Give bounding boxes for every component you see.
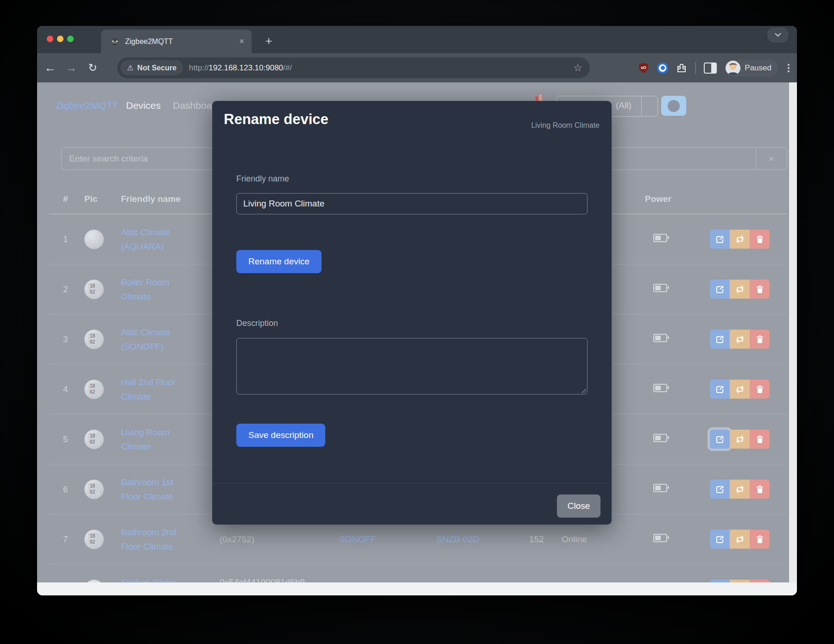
modal-footer-divider (212, 483, 612, 484)
new-tab-button[interactable]: + (259, 31, 278, 50)
sidebar-panel-icon[interactable] (704, 63, 717, 74)
manufacturer-link[interactable]: SONOFF (339, 534, 376, 544)
reconfigure-device-button[interactable] (730, 330, 750, 349)
close-modal-button[interactable]: Close (557, 494, 600, 518)
battery-icon (653, 284, 667, 292)
macos-minimize-button[interactable] (57, 36, 63, 42)
row-number: 6 (49, 464, 77, 514)
repeat-arrows-icon (735, 485, 745, 494)
device-image: 1862 (84, 530, 104, 549)
browser-menu-icon[interactable] (786, 64, 791, 72)
reconfigure-device-button[interactable] (730, 530, 750, 549)
device-image: 1862 (84, 380, 104, 399)
back-button[interactable]: ← (41, 53, 59, 82)
header-power[interactable]: Power (645, 188, 710, 214)
reload-button[interactable]: ↻ (83, 53, 102, 82)
device-name-link[interactable]: Bathroom 2ndFloor Climate (121, 527, 176, 551)
modal-device-name: Living Room Climate (531, 121, 600, 130)
timer-circle-icon (668, 100, 680, 112)
navbar-brand-link[interactable]: Zigbee2MQTT (56, 100, 118, 111)
browser-tab[interactable]: Zigbee2MQTT × (101, 30, 252, 53)
network-status-icon (536, 94, 542, 101)
macos-close-button[interactable] (47, 36, 53, 42)
device-name-link[interactable]: Bathroom 1stFloor Climate (121, 477, 173, 501)
modal-title: Rename device (224, 111, 329, 128)
forward-button[interactable]: → (62, 53, 81, 82)
tab-close-icon[interactable]: × (239, 37, 244, 46)
row-number: 1 (49, 214, 77, 264)
profile-status-label: Paused (745, 63, 771, 73)
security-chip[interactable]: ⚠ Not Secure (120, 60, 183, 75)
row-number: 7 (49, 514, 77, 564)
device-image: 1862 (84, 280, 104, 299)
delete-device-button[interactable] (750, 230, 770, 249)
page-scrollbar[interactable] (789, 82, 797, 582)
edit-device-button[interactable] (710, 230, 730, 249)
reconfigure-device-button[interactable] (730, 380, 750, 399)
rename-device-modal: Rename device Living Room Climate Friend… (212, 101, 612, 525)
onepassword-extension-icon[interactable] (657, 63, 668, 74)
repeat-arrows-icon (735, 285, 745, 294)
row-actions (710, 530, 770, 549)
edit-device-button[interactable] (710, 480, 730, 499)
warning-triangle-icon: ⚠ (127, 63, 133, 72)
trash-icon (756, 385, 764, 394)
permit-join-selected-value: (All) (616, 100, 632, 111)
clear-search-button[interactable]: × (756, 148, 787, 169)
header-friendly-name[interactable]: Friendly name (121, 188, 220, 214)
model-link[interactable]: SNZB-02D (436, 534, 479, 544)
battery-icon (653, 484, 667, 492)
delete-device-button[interactable] (750, 330, 770, 349)
friendly-name-input[interactable] (236, 193, 588, 214)
reconfigure-device-button[interactable] (730, 230, 750, 249)
device-name-link[interactable]: Hall 2nd FloorClimate (121, 377, 176, 401)
repeat-arrows-icon (735, 335, 745, 344)
device-name-link[interactable]: Attic Climate(SONOFF) (121, 327, 171, 351)
delete-device-button[interactable] (750, 480, 770, 499)
permit-join-timer-button[interactable] (661, 96, 686, 116)
macos-zoom-button[interactable] (67, 36, 74, 42)
header-num[interactable]: # (49, 188, 77, 214)
edit-device-button[interactable] (710, 280, 730, 299)
save-description-button[interactable]: Save description (236, 424, 325, 447)
nav-item-devices[interactable]: Devices (126, 100, 161, 111)
pencil-icon (715, 285, 725, 294)
bookmark-star-icon[interactable]: ☆ (573, 62, 582, 74)
delete-device-button[interactable] (750, 530, 770, 549)
repeat-arrows-icon (735, 385, 745, 394)
delete-device-button[interactable] (750, 430, 770, 449)
trash-icon (756, 435, 764, 444)
device-image (84, 230, 104, 249)
rename-device-button[interactable]: Rename device (236, 250, 322, 273)
zigbee2mqtt-favicon-bee-icon (110, 37, 120, 46)
device-image: 1862 (84, 430, 104, 449)
reconfigure-device-button[interactable] (730, 430, 750, 449)
reconfigure-device-button[interactable] (730, 480, 750, 499)
delete-device-button[interactable] (750, 280, 770, 299)
header-pic[interactable]: Pic (77, 188, 121, 214)
description-textarea[interactable] (236, 338, 588, 394)
extensions-puzzle-icon[interactable] (676, 63, 687, 74)
delete-device-button[interactable] (750, 380, 770, 399)
row-actions (710, 430, 770, 449)
toolbar-divider (695, 62, 696, 74)
nav-item-dashboard[interactable]: Dashboa (173, 100, 212, 111)
address-bar[interactable]: ⚠ Not Secure http://192.168.123.10:9080/… (117, 57, 590, 78)
profile-button[interactable]: Paused (725, 60, 778, 76)
description-label: Description (236, 319, 278, 328)
edit-device-button[interactable] (710, 530, 730, 549)
row-number: 5 (49, 414, 77, 464)
row-actions (710, 380, 770, 399)
reconfigure-device-button[interactable] (730, 280, 750, 299)
edit-device-button[interactable] (710, 380, 730, 399)
device-name-link[interactable]: Attic Climate(AQUARA) (121, 227, 171, 251)
extension-cluster: uO Paused (638, 53, 791, 82)
device-image: 1862 (84, 330, 104, 349)
edit-device-button[interactable] (710, 430, 730, 449)
tab-search-button[interactable] (767, 27, 789, 43)
ublock-extension-icon[interactable]: uO (638, 63, 649, 74)
edit-device-button[interactable] (710, 330, 730, 349)
battery-icon (653, 434, 667, 442)
device-name-link[interactable]: Living RoomClimate (121, 427, 170, 451)
device-name-link[interactable]: Boiler RoomClimate (121, 277, 170, 301)
